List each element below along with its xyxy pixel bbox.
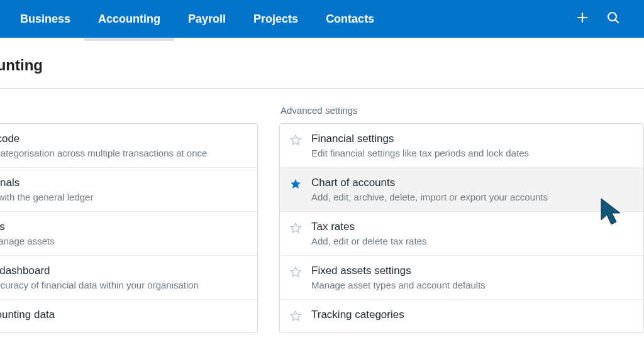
right-column: Advanced settings Financial settings Edi…	[279, 105, 644, 333]
list-item[interactable]: urnals y with the general ledger	[0, 168, 257, 212]
item-title: Fixed assets settings	[311, 265, 632, 277]
nav-accounting[interactable]: Accounting	[84, 0, 174, 38]
nav-payroll[interactable]: Payroll	[174, 0, 240, 38]
list-item[interactable]: counting data	[0, 300, 257, 332]
nav-projects[interactable]: Projects	[240, 0, 312, 38]
search-icon[interactable]	[606, 11, 620, 27]
item-tax-rates[interactable]: Tax rates Add, edit or delete tax rates	[280, 212, 643, 256]
nav-contacts[interactable]: Contacts	[312, 0, 388, 38]
content-area: s ecode t categorisation across multiple…	[0, 89, 644, 333]
nav-business[interactable]: Business	[6, 0, 84, 38]
star-icon[interactable]	[280, 221, 311, 246]
item-title: e dashboard	[0, 265, 246, 277]
item-desc: Add, edit, archive, delete, import or ex…	[311, 192, 632, 202]
right-panel: Financial settings Edit financial settin…	[279, 123, 644, 333]
item-title: ets	[0, 221, 246, 233]
star-icon[interactable]	[280, 177, 311, 202]
item-desc: accuracy of financial data within your o…	[0, 280, 246, 290]
list-item[interactable]: ets manage assets	[0, 212, 257, 256]
item-title: ecode	[0, 133, 246, 145]
nav-right-group	[576, 11, 638, 27]
item-financial-settings[interactable]: Financial settings Edit financial settin…	[280, 124, 643, 168]
list-item[interactable]: ecode t categorisation across multiple t…	[0, 124, 257, 168]
item-title: Tax rates	[311, 221, 632, 233]
star-icon[interactable]	[280, 309, 311, 324]
top-navigation: Business Accounting Payroll Projects Con…	[0, 0, 644, 38]
item-title: Chart of accounts	[311, 177, 632, 189]
item-title: counting data	[0, 309, 246, 321]
left-section-header: s	[0, 105, 258, 123]
item-desc: Edit financial settings like tax periods…	[311, 148, 632, 158]
item-desc: t categorisation across multiple transac…	[0, 148, 246, 158]
item-title: Financial settings	[311, 133, 632, 145]
nav-left-group: Business Accounting Payroll Projects Con…	[6, 0, 388, 38]
item-desc: Manage asset types and account defaults	[311, 280, 632, 290]
item-desc: Add, edit or delete tax rates	[311, 236, 632, 246]
item-title: Tracking categories	[311, 309, 632, 321]
item-tracking-categories[interactable]: Tracking categories	[280, 300, 643, 332]
item-fixed-assets-settings[interactable]: Fixed assets settings Manage asset types…	[280, 256, 643, 300]
item-desc: manage assets	[0, 236, 246, 246]
left-column: s ecode t categorisation across multiple…	[0, 105, 258, 333]
star-icon[interactable]	[280, 265, 311, 290]
star-icon[interactable]	[280, 133, 311, 158]
item-chart-of-accounts[interactable]: Chart of accounts Add, edit, archive, de…	[280, 168, 643, 212]
plus-icon[interactable]	[576, 11, 589, 26]
left-panel: ecode t categorisation across multiple t…	[0, 123, 258, 333]
page-title: ounting	[0, 38, 644, 88]
list-item[interactable]: e dashboard accuracy of financial data w…	[0, 256, 257, 300]
right-section-header: Advanced settings	[279, 105, 644, 123]
item-title: urnals	[0, 177, 246, 189]
item-desc: y with the general ledger	[0, 192, 246, 202]
